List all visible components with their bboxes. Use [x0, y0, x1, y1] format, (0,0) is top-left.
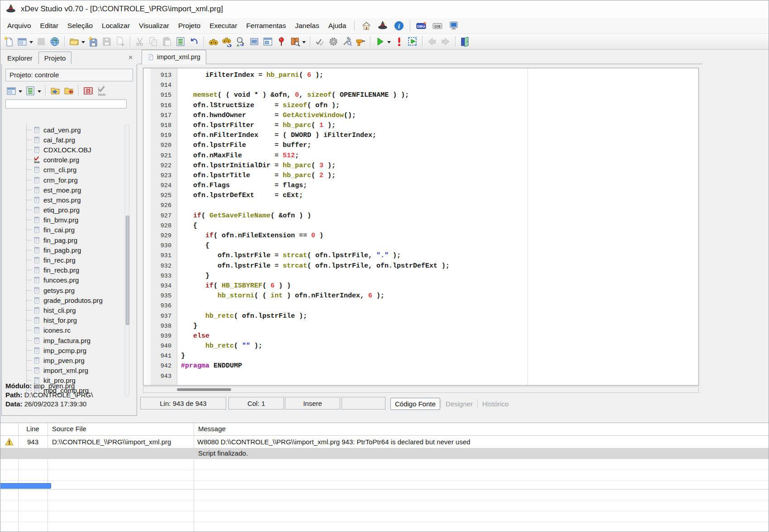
- note-icon: [33, 306, 41, 314]
- binoc2-button[interactable]: [220, 35, 234, 48]
- tree-item-getsys-prg[interactable]: getsys.prg: [6, 285, 130, 295]
- editor-hscrollbar[interactable]: [143, 386, 699, 393]
- code-editor[interactable]: 913 iFilterIndex = hb_parni( 6 );914 915…: [143, 68, 699, 386]
- tree-item-etiq-pro-prg[interactable]: etiq_pro.prg: [6, 205, 130, 215]
- maglass-button[interactable]: [234, 35, 247, 48]
- gear-button[interactable]: [327, 35, 340, 48]
- excl-button[interactable]: [392, 35, 406, 48]
- message-hscrollbar-thumb[interactable]: [0, 483, 51, 489]
- paste-icon: [161, 36, 172, 47]
- tree-item-cdxlock-obj[interactable]: CDXLOCK.OBJ: [6, 145, 130, 155]
- menu-projeto[interactable]: Projeto: [174, 20, 205, 32]
- editor-hscrollbar-thumb[interactable]: [177, 388, 231, 391]
- pin-button[interactable]: [275, 35, 288, 48]
- tree-item-hist-cli-prg[interactable]: hist_cli.prg: [6, 305, 130, 315]
- menu-janelas[interactable]: Janelas: [290, 20, 323, 32]
- checks-button[interactable]: [313, 35, 327, 48]
- globe-button[interactable]: [48, 35, 62, 48]
- card-button[interactable]: [247, 35, 261, 48]
- message-row-highlighted[interactable]: Script finalizado.: [0, 448, 769, 459]
- editor-tab-import-xml[interactable]: import_xml.prg: [142, 50, 206, 64]
- cs-button[interactable]: [431, 19, 444, 32]
- project-filter-input[interactable]: [5, 99, 127, 108]
- folderin-button[interactable]: [48, 85, 62, 97]
- tree-item-fin-pagb-prg[interactable]: fin_pagb.prg: [6, 245, 130, 255]
- row-divider: [0, 489, 769, 490]
- dropdown-arrow-icon[interactable]: [29, 41, 33, 45]
- tree-item-cai-fat-prg[interactable]: cai_fat.prg: [6, 135, 130, 145]
- code-text: iFilterIndex = hb_parni( 6 );: [177, 71, 323, 80]
- folderout-button[interactable]: [62, 85, 76, 97]
- message-row[interactable]: 943 D:\\CONTROLE_\\PRG\\import_xml.prg W…: [0, 436, 769, 448]
- message-panel: Line Source File Message 943 D:\\CONTROL…: [0, 423, 769, 532]
- winprev-button[interactable]: [261, 35, 275, 48]
- dropdown-arrow-icon[interactable]: [81, 41, 85, 45]
- dropdown-arrow-icon[interactable]: [302, 41, 306, 45]
- info-button[interactable]: [392, 19, 406, 32]
- tree-item-grade-produtos-prg[interactable]: grade_produtos.prg: [6, 295, 130, 305]
- tree-item-funcoes-prg[interactable]: funcoes.prg: [6, 275, 130, 285]
- tree-item-est-moe-prg[interactable]: est_moe.prg: [6, 185, 130, 195]
- tree-scrollbar-thumb[interactable]: [126, 216, 129, 325]
- tree-item-fin-pag-prg[interactable]: fin_pag.prg: [6, 235, 130, 245]
- view-tab-histórico[interactable]: Histórico: [478, 398, 513, 410]
- close-icon[interactable]: ×: [128, 53, 133, 61]
- tools-button[interactable]: [340, 35, 354, 48]
- tree-item-hist-for-prg[interactable]: hist_for.prg: [6, 315, 130, 325]
- tree-item-imp-pven-prg[interactable]: imp_pven.prg: [6, 355, 130, 365]
- tree-item-imp-pcmp-prg[interactable]: imp_pcmp.prg: [6, 345, 130, 355]
- tab-explorer[interactable]: Explorer: [1, 52, 38, 65]
- tree-item-icones-rc[interactable]: icones.rc: [6, 325, 130, 335]
- menu-editar[interactable]: Editar: [36, 20, 63, 32]
- pagenew-button[interactable]: [2, 35, 15, 48]
- disknew-button[interactable]: [86, 35, 100, 48]
- tree-item-fin-rec-prg[interactable]: fin_rec.prg: [6, 255, 130, 265]
- view-tab-código-fonte[interactable]: Código Fonte: [390, 398, 440, 410]
- undo-button[interactable]: [187, 35, 201, 48]
- monitor-button[interactable]: [447, 19, 460, 32]
- tree-item-crm-cli-prg[interactable]: crm_cli.prg: [6, 165, 130, 175]
- table-button[interactable]: [81, 85, 95, 97]
- tree-scrollbar[interactable]: [125, 125, 129, 396]
- menu-arquivo[interactable]: Arquivo: [3, 20, 36, 32]
- main-icon: [96, 85, 107, 96]
- menu-seleção[interactable]: Seleção: [63, 20, 97, 32]
- home-button[interactable]: [360, 19, 373, 32]
- tree-item-fin-bmv-prg[interactable]: fin_bmv.prg: [6, 215, 130, 225]
- menu-ajuda[interactable]: Ajuda: [324, 20, 351, 32]
- door-button[interactable]: [458, 35, 472, 48]
- list-button[interactable]: [174, 35, 187, 48]
- tree-connector: [26, 260, 32, 260]
- folder-button[interactable]: [67, 35, 86, 48]
- dropdown-arrow-icon[interactable]: [387, 41, 391, 45]
- dropdown-arrow-icon[interactable]: [19, 90, 22, 94]
- hat-button[interactable]: [376, 19, 389, 32]
- view-tab-designer[interactable]: Designer: [441, 398, 477, 410]
- tree-item-est-mos-prg[interactable]: est_mos.prg: [6, 195, 130, 205]
- tree-item-imp-factura-prg[interactable]: imp_factura.prg: [6, 335, 130, 345]
- tree-item-import-xml-prg[interactable]: import_xml.prg: [6, 366, 130, 376]
- dropdown-arrow-icon[interactable]: [38, 90, 41, 94]
- form-button[interactable]: [15, 35, 34, 48]
- binoc-button[interactable]: [207, 35, 220, 48]
- drill-button[interactable]: [354, 35, 367, 48]
- menu-executar[interactable]: Executar: [205, 20, 242, 32]
- play-button[interactable]: [373, 35, 392, 48]
- dbu-button[interactable]: [414, 19, 428, 32]
- menu-localizar[interactable]: Localizar: [97, 20, 134, 32]
- tree-item-fin-recb-prg[interactable]: fin_recb.prg: [6, 265, 130, 275]
- runsel-button[interactable]: [406, 35, 419, 48]
- list-button[interactable]: [24, 85, 43, 97]
- tree-item-controle-prg[interactable]: controle.prg: [6, 155, 130, 165]
- tab-projeto[interactable]: Projeto: [38, 52, 72, 65]
- note-icon: [33, 226, 41, 234]
- book-button[interactable]: [288, 35, 307, 48]
- menu-ferramentas[interactable]: Ferramentas: [242, 20, 290, 32]
- tree-item-crm-for-prg[interactable]: crm_for.prg: [6, 175, 130, 185]
- square-button: [34, 35, 48, 48]
- form-button[interactable]: [5, 85, 24, 97]
- tree-item-fin-cai-prg[interactable]: fin_cai.prg: [6, 225, 130, 235]
- list-icon: [25, 85, 36, 96]
- tree-item-cad-ven-prg[interactable]: cad_ven.prg: [6, 125, 130, 135]
- menu-visualizar[interactable]: Visualizar: [134, 20, 174, 32]
